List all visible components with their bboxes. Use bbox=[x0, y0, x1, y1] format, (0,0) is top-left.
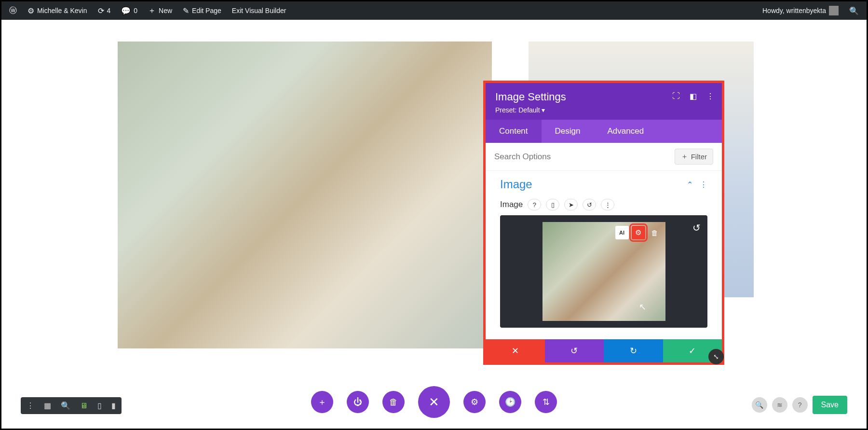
history-button[interactable]: 🕑 bbox=[499, 391, 521, 413]
tab-design[interactable]: Design bbox=[542, 120, 594, 143]
cursor-icon: ↖ bbox=[639, 302, 646, 312]
new-link[interactable]: ＋New bbox=[144, 6, 176, 16]
pencil-icon: ✎ bbox=[183, 6, 189, 15]
kebab-icon[interactable]: ⋮ bbox=[706, 92, 714, 101]
resize-handle[interactable]: ⤡ bbox=[708, 349, 724, 364]
find-icon[interactable]: 🔍 bbox=[752, 397, 767, 413]
add-button[interactable]: ＋ bbox=[311, 391, 333, 413]
modal-footer: ✕ ↺ ↻ ✓ bbox=[486, 339, 722, 362]
snap-icon[interactable]: ◧ bbox=[690, 92, 697, 101]
redo-button[interactable]: ↻ bbox=[604, 339, 663, 362]
save-toolbar: 🔍 ≋ ? Save bbox=[752, 396, 847, 414]
modal-header[interactable]: Image Settings Preset: Default ▾ ⛶ ◧ ⋮ bbox=[486, 83, 722, 120]
new-label: New bbox=[159, 7, 172, 14]
kebab-icon[interactable]: ⋮ bbox=[27, 401, 34, 410]
image-section: Image ⌃ ⋮ Image ? ▯ ➤ ↺ ⋮ bbox=[486, 171, 722, 339]
edit-page-label: Edit Page bbox=[192, 7, 221, 14]
image-settings-modal: Image Settings Preset: Default ▾ ⛶ ◧ ⋮ C… bbox=[486, 83, 722, 362]
ai-icon[interactable]: AI bbox=[615, 226, 629, 239]
save-page-button[interactable]: Save bbox=[813, 396, 847, 414]
search-icon: 🔍 bbox=[849, 6, 859, 15]
site-link[interactable]: ⚙Michelle & Kevin bbox=[24, 6, 91, 15]
gear-button[interactable]: ⚙ bbox=[463, 391, 486, 413]
filter-button[interactable]: ＋Filter bbox=[675, 149, 713, 165]
exit-vb-label: Exit Visual Builder bbox=[232, 7, 286, 14]
howdy-link[interactable]: Howdy, writtenbyekta bbox=[759, 6, 842, 15]
layers-icon[interactable]: ≋ bbox=[772, 397, 787, 413]
image-module-left[interactable] bbox=[118, 42, 492, 348]
view-toolbar: ⋮ ▦ 🔍 🖥 ▯ ▮ bbox=[21, 397, 122, 414]
site-name: Michelle & Kevin bbox=[37, 7, 87, 14]
edit-page-link[interactable]: ✎Edit Page bbox=[179, 6, 225, 15]
close-button[interactable]: ✕ bbox=[418, 386, 450, 418]
search-toggle[interactable]: 🔍 bbox=[845, 6, 863, 15]
comment-icon: 💬 bbox=[121, 6, 131, 15]
image-thumbnail[interactable]: AI ⚙ 🗑 ↖ bbox=[542, 222, 665, 321]
plus-icon: ＋ bbox=[681, 152, 688, 161]
comments-link[interactable]: 💬0 bbox=[117, 6, 141, 15]
kebab-icon[interactable]: ⋮ bbox=[601, 199, 614, 210]
kebab-icon[interactable]: ⋮ bbox=[700, 180, 707, 189]
wordpress-icon: ⓦ bbox=[9, 6, 17, 16]
expand-icon[interactable]: ⛶ bbox=[672, 92, 680, 101]
wp-admin-bar: ⓦ ⚙Michelle & Kevin ⟳4 💬0 ＋New ✎Edit Pag… bbox=[1, 1, 867, 20]
refresh-icon: ⟳ bbox=[98, 6, 104, 15]
tab-advanced[interactable]: Advanced bbox=[594, 120, 657, 143]
wireframe-icon[interactable]: ▦ bbox=[44, 401, 51, 410]
trash-button[interactable]: 🗑 bbox=[382, 391, 405, 413]
cancel-button[interactable]: ✕ bbox=[486, 339, 545, 362]
power-button[interactable]: ⏻ bbox=[347, 391, 369, 413]
gear-icon[interactable]: ⚙ bbox=[632, 226, 645, 239]
dashboard-icon: ⚙ bbox=[27, 6, 34, 15]
chevron-up-icon[interactable]: ⌃ bbox=[687, 180, 693, 189]
builder-toolbar: ＋ ⏻ 🗑 ✕ ⚙ 🕑 ⇅ bbox=[311, 386, 557, 418]
undo-button[interactable]: ↺ bbox=[545, 339, 604, 362]
tab-content[interactable]: Content bbox=[486, 120, 542, 143]
plus-icon: ＋ bbox=[148, 6, 156, 16]
field-label: Image bbox=[500, 200, 523, 209]
updates-count: 4 bbox=[107, 7, 111, 14]
exit-vb-link[interactable]: Exit Visual Builder bbox=[228, 7, 290, 14]
page-canvas: Image Settings Preset: Default ▾ ⛶ ◧ ⋮ C… bbox=[1, 20, 867, 429]
reset-icon[interactable]: ↺ bbox=[583, 199, 596, 210]
phone-icon[interactable]: ▮ bbox=[111, 401, 116, 410]
desktop-icon[interactable]: 🖥 bbox=[80, 402, 88, 410]
help-icon[interactable]: ? bbox=[528, 199, 541, 210]
wp-logo[interactable]: ⓦ bbox=[5, 6, 21, 16]
tablet-icon[interactable]: ▯ bbox=[97, 401, 102, 410]
phone-icon[interactable]: ▯ bbox=[546, 199, 559, 210]
modal-preset[interactable]: Preset: Default ▾ bbox=[495, 106, 712, 114]
help-icon[interactable]: ? bbox=[792, 397, 808, 413]
sort-button[interactable]: ⇅ bbox=[535, 391, 557, 413]
updates-link[interactable]: ⟳4 bbox=[94, 6, 115, 15]
settings-modal-highlight: Image Settings Preset: Default ▾ ⛶ ◧ ⋮ C… bbox=[483, 81, 724, 365]
search-row: ＋Filter bbox=[486, 143, 722, 171]
hover-icon[interactable]: ➤ bbox=[564, 199, 578, 210]
undo-icon[interactable]: ↺ bbox=[692, 222, 701, 234]
modal-tabs: Content Design Advanced bbox=[486, 120, 722, 143]
trash-icon[interactable]: 🗑 bbox=[648, 226, 662, 239]
search-input[interactable] bbox=[494, 152, 675, 162]
image-preview[interactable]: AI ⚙ 🗑 ↖ ↺ bbox=[500, 215, 707, 328]
filter-label: Filter bbox=[691, 153, 707, 161]
zoom-icon[interactable]: 🔍 bbox=[61, 401, 70, 410]
section-title[interactable]: Image bbox=[500, 178, 532, 191]
comments-count: 0 bbox=[134, 7, 137, 14]
field-label-row: Image ? ▯ ➤ ↺ ⋮ bbox=[500, 199, 707, 210]
howdy-text: Howdy, writtenbyekta bbox=[762, 7, 826, 14]
avatar bbox=[829, 6, 839, 15]
